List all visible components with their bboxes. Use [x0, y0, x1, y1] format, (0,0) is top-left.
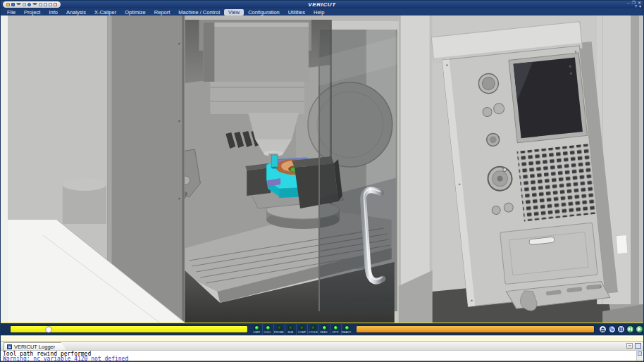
frame-pillar [399, 15, 433, 323]
two-view-layout-icon[interactable] [44, 3, 47, 6]
menu-report[interactable]: Report [150, 9, 175, 15]
logger-content: Tool path rewind performed Warning: nc_v… [1, 350, 643, 361]
menu-info[interactable]: Info [44, 9, 62, 15]
simulation-speed-bar[interactable] [356, 325, 595, 333]
rewind-loop-icon [609, 327, 615, 332]
nc-progress-slider[interactable] [10, 325, 248, 333]
status-led-sub: SUB [285, 324, 296, 335]
menu-project[interactable]: Project [20, 9, 44, 15]
status-led-comp: COMP [296, 324, 307, 335]
menu-machine-control[interactable]: Machine / Control [174, 9, 224, 15]
logger-scrollbar[interactable] [636, 351, 643, 361]
machine-3d-viewport[interactable] [1, 15, 643, 323]
open-project-icon[interactable] [6, 3, 10, 6]
single-step-button[interactable] [626, 325, 634, 333]
menu-analysis[interactable]: Analysis [62, 9, 90, 15]
pendant-lower-door [500, 223, 598, 284]
menu-configuration[interactable]: Configuration [244, 9, 284, 15]
quick-access-toolbar [3, 1, 61, 8]
status-led-collision: COLL [262, 324, 273, 335]
logger-detach-icon[interactable] [635, 343, 641, 349]
logger-icon [7, 344, 12, 349]
reset-model-button[interactable] [599, 325, 607, 333]
progress-slider-thumb[interactable] [45, 326, 51, 332]
logger-tab-label: VERICUT Logger [14, 344, 55, 350]
dropdown-icon[interactable] [16, 3, 21, 7]
status-led-feed: FEED [318, 324, 330, 335]
app-title: VERICUT [1, 1, 643, 8]
status-led-limit: LIMIT [252, 324, 262, 335]
pause-icon [619, 327, 624, 332]
logger-minimize-button[interactable]: − [626, 343, 633, 349]
dropdown-icon[interactable] [32, 3, 37, 7]
minimize-button[interactable]: – [627, 1, 629, 5]
stop-button[interactable] [617, 325, 625, 333]
titlebar: VERICUT – ❐ ✕ ? ▾ [1, 1, 643, 8]
grid-view-layout-icon[interactable] [49, 3, 52, 6]
vericut-window: VERICUT – ❐ ✕ ? ▾ File Project Info Anal… [0, 0, 644, 362]
window-controls: – ❐ ✕ ? ▾ [627, 1, 641, 8]
rewind-button[interactable] [608, 325, 616, 333]
status-led-probe: PROBE [273, 324, 285, 335]
menu-optimize[interactable]: Optimize [120, 9, 150, 15]
info-icon[interactable] [27, 3, 31, 6]
logger-tab-row: VERICUT Logger − [1, 341, 643, 350]
menu-file[interactable]: File [3, 9, 20, 15]
playback-buttons [599, 325, 643, 333]
play-button[interactable] [636, 325, 643, 333]
cutting-tool [271, 155, 278, 169]
logger-scrollbar-thumb[interactable] [638, 351, 642, 356]
safety-door-glass [318, 30, 397, 311]
status-led-opti: OPTI [330, 324, 341, 335]
simulation-control-bar: LIMIT COLL PROBE SUB COMP CYCLE FEED OPT… [1, 323, 643, 336]
single-view-layout-icon[interactable] [39, 3, 42, 6]
play-icon [637, 327, 642, 332]
report-view-icon[interactable] [54, 3, 57, 6]
status-led-panel: LIMIT COLL PROBE SUB COMP CYCLE FEED OPT… [252, 324, 352, 335]
status-led-ready: READY [341, 324, 352, 335]
save-icon[interactable] [11, 3, 15, 6]
pendant-keypad[interactable] [517, 144, 597, 221]
eject-icon [600, 327, 605, 332]
menu-view[interactable]: View [224, 9, 244, 15]
message-strip [1, 336, 643, 341]
pendant-screen [509, 53, 588, 143]
reset-model-icon[interactable] [23, 3, 26, 6]
menu-help[interactable]: Help [309, 9, 328, 15]
status-led-cycle: CYCLE [307, 324, 318, 335]
ribbon-options-icon[interactable]: ▾ [639, 5, 641, 8]
machine-scene [1, 15, 643, 323]
step-forward-icon [628, 327, 633, 332]
menu-utilities[interactable]: Utilities [284, 9, 309, 15]
menubar: File Project Info Analysis X-Caliper Opt… [1, 8, 643, 15]
help-icon[interactable]: ? [635, 5, 637, 8]
logger-panel-controls: − [626, 343, 641, 349]
menu-x-caliper[interactable]: X-Caliper [90, 9, 120, 15]
